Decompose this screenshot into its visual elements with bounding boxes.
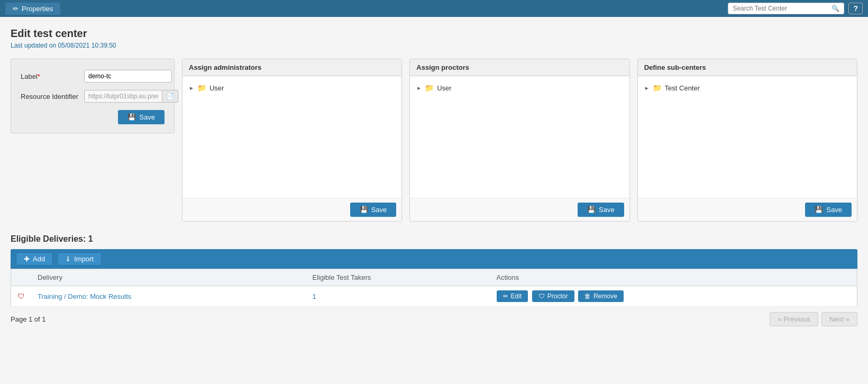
remove-icon: 🗑: [584, 292, 591, 300]
define-subcenters-footer: 💾 Save: [638, 198, 857, 221]
admins-tree-user[interactable]: ► 📁 User: [189, 81, 395, 94]
page-info: Page 1 of 1: [11, 315, 46, 323]
define-subcenters-body: ► 📁 Test Center: [638, 76, 857, 198]
deliveries-table: Delivery Eligible Test Takers Actions 🛡 …: [11, 269, 857, 307]
form-save-label: Save: [139, 113, 155, 121]
top-section: Label* Resource Identifier 📄 💾 Save: [11, 59, 857, 222]
assign-proctors-body: ► 📁 User: [410, 76, 629, 198]
next-button[interactable]: Next »: [821, 312, 857, 326]
import-icon: ⇓: [65, 255, 71, 263]
prev-chevron-icon: «: [778, 315, 781, 323]
assign-admins-body: ► 📁 User: [182, 76, 401, 198]
add-label: Add: [33, 255, 45, 263]
form-save-button[interactable]: 💾 Save: [118, 110, 165, 124]
actions-cell: ✏ Edit 🛡 Proctor 🗑 Remove: [490, 286, 857, 307]
edit-label: Edit: [511, 292, 522, 300]
delivery-name-link[interactable]: Training / Demo: Mock Results: [38, 292, 131, 300]
previous-button[interactable]: « Previous: [770, 312, 818, 326]
pagination-row: Page 1 of 1 « Previous Next »: [11, 307, 857, 330]
resource-picker-button[interactable]: 📄: [162, 90, 178, 103]
eligible-col-header: Eligible Test Takers: [306, 269, 490, 286]
tab-label: Properties: [22, 5, 53, 13]
resource-input[interactable]: [84, 90, 162, 103]
actions-col-header: Actions: [490, 269, 857, 286]
page-title: Edit test center: [11, 28, 857, 40]
remove-delivery-button[interactable]: 🗑 Remove: [578, 290, 624, 302]
define-subcenters-title: Define sub-centers: [638, 59, 857, 76]
edit-delivery-button[interactable]: ✏ Edit: [497, 290, 528, 302]
icon-col-header: [11, 269, 32, 286]
plus-icon: ✚: [24, 255, 30, 263]
proctor-icon: 🛡: [538, 292, 545, 300]
subcenters-save-label: Save: [826, 206, 842, 214]
proctors-user-label: User: [437, 84, 451, 92]
assign-proctors-title: Assign proctors: [410, 59, 629, 76]
edit-icon: ✏: [503, 292, 508, 300]
nav-left: ✏ Properties: [5, 3, 60, 15]
resource-row: Resource Identifier 📄: [21, 90, 165, 103]
folder-icon: 📁: [425, 84, 434, 92]
required-marker: *: [38, 72, 40, 80]
assign-admins-footer: 💾 Save: [182, 198, 401, 221]
tree-arrow-icon: ►: [416, 85, 422, 91]
save-icon: 💾: [815, 206, 823, 214]
label-row: Label*: [21, 70, 165, 83]
proctors-save-label: Save: [599, 206, 615, 214]
label-input[interactable]: [84, 70, 172, 83]
define-subcenters-save[interactable]: 💾 Save: [805, 203, 852, 217]
assign-proctors-footer: 💾 Save: [410, 198, 629, 221]
eligible-count-cell: 1: [306, 286, 490, 307]
folder-icon: 📁: [197, 84, 206, 92]
subcenters-label: Test Center: [665, 84, 700, 92]
delivery-name-cell: Training / Demo: Mock Results: [31, 286, 306, 307]
assign-admins-save[interactable]: 💾 Save: [350, 203, 397, 217]
deliveries-title: Eligible Deliveries: 1: [11, 234, 857, 244]
search-icon: 🔍: [832, 5, 839, 12]
assign-admins-panel: Assign administrators ► 📁 User 💾 Save: [182, 59, 402, 222]
admins-user-label: User: [209, 84, 224, 92]
search-input[interactable]: [733, 5, 828, 12]
tree-arrow-icon: ►: [189, 85, 194, 91]
top-nav: ✏ Properties 🔍 ?: [0, 0, 868, 17]
properties-tab[interactable]: ✏ Properties: [5, 3, 60, 15]
assign-proctors-save[interactable]: 💾 Save: [578, 203, 624, 217]
resource-input-group: 📄: [84, 90, 178, 103]
subcenters-tree-item[interactable]: ► 📁 Test Center: [644, 81, 851, 94]
add-delivery-button[interactable]: ✚ Add: [16, 252, 53, 266]
properties-form: Label* Resource Identifier 📄 💾 Save: [11, 59, 175, 133]
previous-label: Previous: [783, 315, 810, 323]
deliveries-toolbar: ✚ Add ⇓ Import: [11, 249, 857, 269]
assign-proctors-panel: Assign proctors ► 📁 User 💾 Save: [409, 59, 629, 222]
table-row: 🛡 Training / Demo: Mock Results 1 ✏ Edit: [11, 286, 857, 307]
delivery-icon-cell: 🛡: [11, 286, 32, 307]
help-button[interactable]: ?: [848, 3, 863, 14]
form-save-row: 💾 Save: [21, 110, 165, 124]
pencil-icon: ✏: [13, 5, 19, 13]
deliveries-header-row: Delivery Eligible Test Takers Actions: [11, 269, 857, 286]
eligible-count-link[interactable]: 1: [313, 292, 316, 300]
define-subcenters-panel: Define sub-centers ► 📁 Test Center 💾 Sav…: [637, 59, 857, 222]
assign-panels: Assign administrators ► 📁 User 💾 Save: [182, 59, 857, 222]
main-content: Edit test center Last updated on 05/08/2…: [0, 17, 868, 340]
import-label: Import: [74, 255, 94, 263]
page-buttons: « Previous Next »: [770, 312, 857, 326]
proctors-tree-user[interactable]: ► 📁 User: [416, 81, 623, 94]
import-delivery-button[interactable]: ⇓ Import: [57, 252, 102, 266]
admins-save-label: Save: [371, 206, 387, 214]
search-box[interactable]: 🔍: [728, 3, 844, 14]
delivery-col-header: Delivery: [31, 269, 306, 286]
next-label: Next: [829, 315, 844, 323]
last-updated: Last updated on 05/08/2021 10:39:50: [11, 42, 857, 49]
nav-right: 🔍 ?: [728, 3, 863, 14]
save-icon: 💾: [127, 113, 136, 121]
folder-icon: 📁: [653, 84, 662, 92]
delivery-status-icon: 🛡: [17, 292, 25, 300]
proctor-delivery-button[interactable]: 🛡 Proctor: [532, 290, 574, 302]
assign-admins-title: Assign administrators: [182, 59, 401, 76]
save-icon: 💾: [587, 206, 596, 214]
next-chevron-icon: »: [846, 315, 849, 323]
deliveries-section: Eligible Deliveries: 1 ✚ Add ⇓ Import De…: [11, 234, 857, 330]
proctor-label: Proctor: [547, 292, 568, 300]
save-icon: 💾: [360, 206, 368, 214]
tree-arrow-icon: ►: [644, 85, 650, 91]
